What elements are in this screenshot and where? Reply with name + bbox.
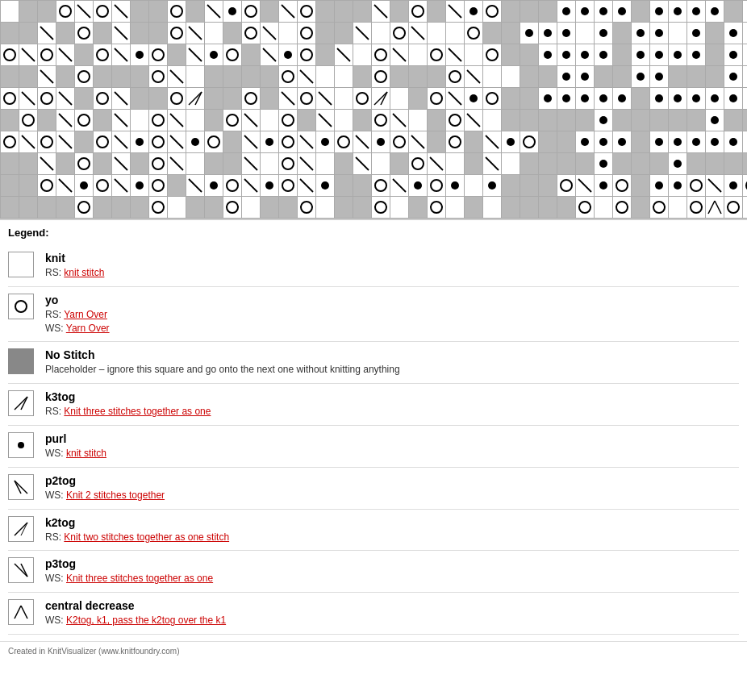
chart-cell [353,197,372,219]
svg-line-199 [300,157,313,170]
chart-cell [242,131,261,153]
chart-cell [112,197,131,219]
chart-cell [19,44,38,66]
chart-cell [75,131,94,153]
chart-cell [557,175,576,197]
chart-cell [372,66,390,88]
chart-cell [576,23,595,44]
chart-cell [520,66,539,88]
chart-cell [149,1,168,23]
chart-cell [706,88,724,110]
chart-cell [149,110,168,131]
footer: Created in KnitVisualizer (www.knitfound… [0,641,747,660]
chart-cell [557,1,576,23]
svg-point-212 [97,180,108,191]
p3tog-ws-link[interactable]: Knit three stitches together as one [66,573,213,584]
svg-point-58 [152,49,164,60]
legend-item-p3tog: p3tog WS: Knit three stitches together a… [8,551,739,593]
chart-cell [502,66,520,88]
svg-line-259 [15,397,27,410]
chart-cell [353,1,372,23]
svg-point-101 [4,93,15,104]
legend-item-purl: purl WS: knit stitch [8,426,739,468]
svg-point-0 [60,6,71,17]
chart-cell [650,153,669,175]
chart-cell [353,153,372,175]
svg-point-154 [4,136,15,148]
chart-cell [613,153,632,175]
svg-point-209 [41,180,52,191]
chart-cell [632,88,650,110]
chart-cell [390,153,409,175]
purl-ws-link[interactable]: knit stitch [66,448,106,459]
yo-name: yo [45,294,739,306]
chart-cell [520,197,539,219]
chart-cell [112,110,131,131]
chart-cell [706,175,724,197]
chart-cell [576,175,595,197]
knit-rs-link[interactable]: knit stitch [64,267,104,278]
svg-point-91 [449,71,461,82]
no-stitch-symbol [8,348,34,374]
chart-cell [409,88,428,110]
svg-line-268 [15,606,21,619]
p2tog-ws-link[interactable]: Knit 2 stitches together [66,490,165,501]
k2tog-rs-link[interactable]: Knit two stitches together as one stitch [64,531,229,543]
yo-rs-desc: RS: Yarn Over [45,308,739,322]
svg-line-265 [21,523,27,535]
svg-point-224 [375,180,386,191]
chart-cell [298,153,316,175]
chart-cell [502,153,520,175]
chart-cell [483,197,502,219]
svg-point-9 [301,6,312,17]
yo-ws-link[interactable]: Yarn Over [66,323,110,334]
chart-cell [650,66,669,88]
svg-point-178 [524,136,535,148]
no-stitch-desc: Placeholder – ignore this square and go … [45,363,739,377]
chart-cell [390,131,409,153]
svg-line-165 [244,135,257,148]
svg-point-78 [692,51,700,59]
chart-cell [539,110,557,131]
chart-cell [75,110,94,131]
chart-cell [595,66,613,88]
chart-cell [557,23,576,44]
chart-cell [390,197,409,219]
chart-cell [595,23,613,44]
chart-cell [38,153,56,175]
yo-rs-link[interactable]: Yarn Over [64,309,107,320]
chart-cell [335,88,353,110]
chart-cell [446,131,465,153]
chart-cell [205,175,223,197]
chart-cell [706,197,724,219]
svg-point-63 [284,51,292,59]
purl-symbol [8,432,34,458]
k3tog-name: k3tog [45,390,739,403]
chart-cell [38,44,56,66]
chart-cell [168,88,186,110]
chart-cell [428,131,446,153]
chart-cell [75,88,94,110]
chart-cell [576,131,595,153]
svg-line-269 [21,606,27,619]
purl-ws-desc: WS: knit stitch [45,447,739,460]
chart-cell [168,66,186,88]
svg-line-260 [21,397,27,410]
chart-cell [335,66,353,88]
chart-cell [465,23,483,44]
svg-point-129 [711,94,719,102]
k3tog-rs-link[interactable]: Knit three stitches together as one [64,406,211,417]
chart-cell [724,131,743,153]
svg-line-116 [381,92,387,105]
svg-point-21 [692,7,700,15]
chart-cell [316,110,335,131]
svg-point-123 [581,94,589,102]
chart-cell [557,131,576,153]
svg-line-137 [59,114,72,127]
central-decrease-ws-link[interactable]: K2tog, k1, pass the k2tog over the k1 [66,615,226,626]
chart-cell [112,44,131,66]
chart-cell [186,175,205,197]
p2tog-text: p2tog WS: Knit 2 stitches together [45,474,739,502]
yo-symbol [8,294,34,319]
chart-cell [724,197,743,219]
